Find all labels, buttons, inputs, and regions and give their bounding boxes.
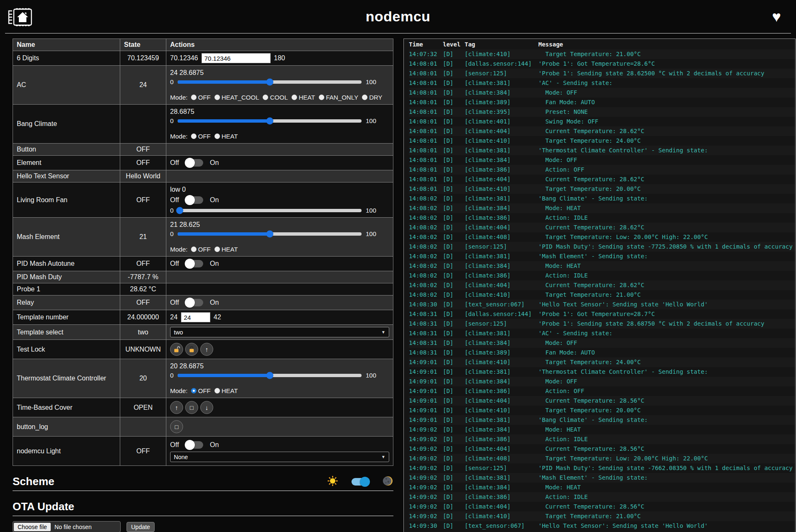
esphome-chip-logo-icon[interactable] [7, 5, 36, 31]
mode-radio-heat[interactable]: HEAT [292, 94, 315, 101]
switch-toggle[interactable] [186, 299, 203, 306]
firmware-file-input[interactable]: Choose file No file chosen [13, 521, 121, 532]
log-level: [D] [443, 213, 465, 223]
log-tag: [climate:386] [465, 165, 538, 175]
log-level: [D] [443, 136, 465, 146]
log-panel: Time level Tag Message 14:07:32[D][clima… [403, 39, 796, 532]
mode-radio-dry[interactable]: DRY [362, 94, 382, 101]
mode-radio-fan-only[interactable]: FAN_ONLY [319, 94, 358, 101]
mode-radio-cool[interactable]: COOL [263, 94, 288, 101]
log-message: 'Bang Climate' - Sending state: [538, 415, 795, 425]
mode-radio-heat[interactable]: HEAT [215, 133, 238, 140]
cover-stop-button[interactable]: □ [185, 401, 198, 414]
mode-radio-heat[interactable]: HEAT [215, 387, 238, 394]
switch-toggle[interactable] [186, 159, 203, 167]
log-row: 14:08:31[D][climate:384] Mode: OFF [409, 338, 795, 348]
mode-radio-off[interactable]: OFF [191, 94, 211, 101]
log-time: 14:09:30 [409, 521, 443, 531]
log-tag: [climate:404] [465, 502, 538, 511]
cover-open-button[interactable]: ↑ [170, 401, 183, 414]
entity-state: OFF [120, 296, 166, 310]
log-time: 14:08:02 [409, 203, 443, 213]
cover-close-button[interactable]: ↓ [200, 401, 213, 414]
log-level: [D] [443, 483, 465, 492]
mode-radio-heat[interactable]: HEAT [215, 246, 238, 253]
target-temperature-slider[interactable] [178, 119, 362, 123]
log-row: 14:08:01[D][climate:404] Current Tempera… [409, 126, 795, 136]
log-row: 14:08:02[D][sensor:125]'PID Mash Duty': … [409, 242, 795, 252]
log-time: 14:08:02 [409, 280, 443, 290]
log-level: [D] [443, 357, 465, 367]
scheme-toggle[interactable] [351, 478, 369, 486]
update-button[interactable]: Update [127, 522, 155, 532]
log-tag: [climate:381] [465, 146, 538, 155]
heart-icon[interactable]: ♥ [772, 9, 781, 24]
log-level: [D] [443, 502, 465, 511]
mode-radio-off[interactable]: OFF [191, 246, 211, 253]
log-level: [D] [443, 271, 465, 280]
log-level: [D] [443, 194, 465, 203]
entity-state: 20 [120, 359, 166, 398]
target-temperature-slider[interactable] [178, 80, 362, 84]
divider [13, 516, 393, 516]
mode-radio-off[interactable]: OFF [191, 387, 211, 394]
target-temperature-slider[interactable] [178, 374, 362, 377]
number-input[interactable] [181, 312, 210, 322]
fan-toggle[interactable] [186, 196, 203, 204]
log-tag: [climate:381] [465, 78, 538, 88]
lock-button[interactable] [185, 343, 198, 356]
lock-open-arrow-button[interactable]: ↑ [200, 343, 213, 356]
fan-speed-slider[interactable] [178, 209, 362, 212]
log-level: [D] [443, 184, 465, 194]
log-tag: [climate:386] [465, 434, 538, 444]
log-tag: [climate:410] [465, 136, 538, 146]
log-level: [D] [443, 329, 465, 338]
log-level: [D] [443, 88, 465, 98]
log-message: Action: IDLE [538, 492, 795, 502]
entity-name: AC [13, 66, 120, 105]
light-effect-dropdown[interactable]: None ▼ [170, 452, 389, 462]
press-button[interactable]: □ [170, 420, 183, 433]
toggle-on-label: On [210, 159, 219, 167]
log-level: [D] [443, 434, 465, 444]
log-message: Preset: NONE [538, 107, 795, 117]
log-time: 14:08:02 [409, 232, 443, 242]
number-input[interactable] [202, 53, 271, 63]
switch-toggle[interactable] [186, 260, 203, 267]
toggle-on-label: On [210, 441, 219, 449]
log-message: Target Temperature: 21.00°C [538, 290, 795, 300]
log-level: [D] [443, 69, 465, 78]
entity-state: OFF [120, 156, 166, 170]
table-row: Bang Climate 28.6875 0 100 [13, 105, 393, 144]
climate-value-label: 24 28.6875 [170, 69, 389, 77]
radio-icon [263, 95, 268, 100]
mode-radio-off[interactable]: OFF [191, 133, 211, 140]
choose-file-button[interactable]: Choose file [14, 523, 51, 531]
log-time: 14:08:01 [409, 59, 443, 69]
log-time: 14:08:01 [409, 184, 443, 194]
log-row: 14:08:02[D][climate:404] Current Tempera… [409, 223, 795, 232]
entity-state: 70.123459 [120, 51, 166, 66]
log-tag: [climate:384] [465, 483, 538, 492]
table-row: Template select two two ▼ [13, 325, 393, 340]
mode-radio-heat-cool[interactable]: HEAT_COOL [215, 94, 259, 101]
light-toggle[interactable] [186, 441, 203, 449]
log-row: 14:09:02[D][climate:404] Current Tempera… [409, 444, 795, 454]
entity-state: OFF [120, 437, 166, 466]
log-message: Current Temperature: 28.62°C [538, 280, 795, 290]
log-tag: [climate:404] [465, 175, 538, 184]
log-time: 14:08:01 [409, 136, 443, 146]
log-row: 14:08:01[D][dallas.sensor:144]'Probe 1':… [409, 59, 795, 69]
select-dropdown[interactable]: two ▼ [170, 327, 389, 337]
unlock-button[interactable] [170, 343, 183, 356]
toggle-on-label: On [210, 260, 219, 267]
target-temperature-slider[interactable] [178, 232, 362, 236]
log-time: 14:08:01 [409, 117, 443, 126]
log-time: 14:08:31 [409, 348, 443, 357]
log-row: 14:09:01[D][climate:381]'Thermostat Clim… [409, 367, 795, 377]
log-message: Action: OFF [538, 386, 795, 396]
table-row: nodemcu Light OFF Off On None ▼ [13, 437, 393, 466]
log-tag: [climate:404] [465, 223, 538, 232]
log-message: Action: IDLE [538, 271, 795, 280]
entity-name: Bang Climate [13, 105, 120, 144]
